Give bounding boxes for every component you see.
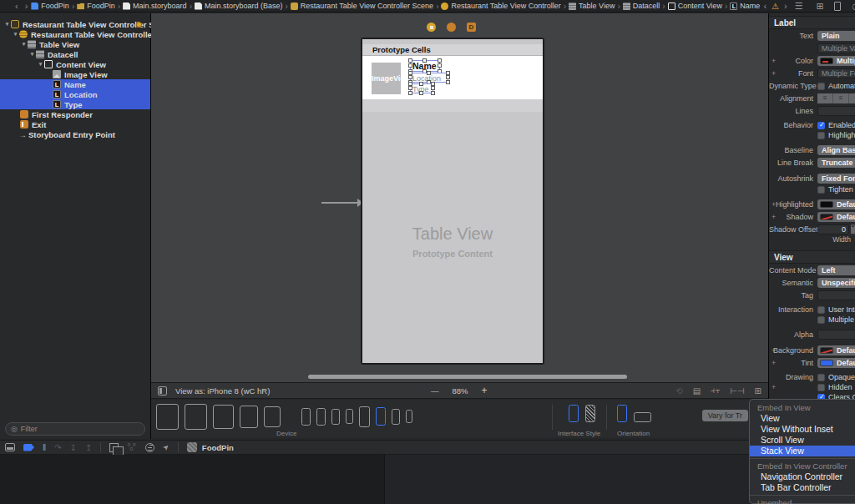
first-responder-dock-icon[interactable] (447, 23, 456, 32)
dynamic-type-checkbox[interactable] (817, 83, 825, 90)
autoshrink-dropdown[interactable]: Fixed Font Siz (817, 174, 855, 184)
device-icon-ipad[interactable] (240, 406, 258, 428)
add-variation-button[interactable]: + (772, 383, 776, 391)
menu-item-view[interactable]: View (750, 413, 855, 424)
disclosure-icon[interactable]: ▾ (37, 61, 44, 68)
device-icon-iphone-se[interactable] (392, 409, 400, 425)
breadcrumb-group[interactable]: FoodPin (77, 2, 115, 10)
disclosure-icon[interactable]: ▾ (28, 51, 36, 58)
horizontal-scrollbar[interactable] (308, 375, 627, 379)
breadcrumb-project[interactable]: FoodPin (31, 2, 69, 10)
document-outline-toggle-icon[interactable]: ☰ (791, 1, 807, 12)
alignment-segmented-control[interactable]: ≡≡≡ (817, 93, 855, 103)
lines-field[interactable] (817, 106, 855, 116)
outline-row-entry-point[interactable]: → Storyboard Entry Point (0, 129, 150, 139)
view-controller-screen[interactable]: Prototype Cells ImageVie Name Location T… (362, 39, 543, 363)
breakpoints-toggle-icon[interactable] (23, 444, 34, 451)
add-variation-button[interactable]: + (772, 200, 776, 209)
outline-row-type-label[interactable]: L Type (0, 99, 150, 109)
name-label[interactable]: Name (410, 60, 440, 72)
device-icon-iphone[interactable] (301, 408, 311, 426)
outline-row-content-view[interactable]: ▾ Content View (0, 59, 150, 69)
tag-field[interactable] (817, 290, 855, 300)
stack-button-icon[interactable]: ▤ (693, 386, 701, 396)
breadcrumb-storyboard-base[interactable]: Main.storyboard (Base) (195, 2, 283, 10)
environment-overrides-icon[interactable] (145, 443, 154, 452)
view-as-label[interactable]: View as: iPhone 8 (wC hR) (175, 386, 270, 396)
outline-row-name-label[interactable]: L Name (0, 79, 150, 89)
prototype-cell[interactable]: ImageVie Name Location Type (362, 56, 543, 99)
view-hierarchy-icon[interactable] (109, 443, 119, 452)
previous-issue-button[interactable]: ‹ (760, 1, 770, 11)
add-variation-button[interactable]: + (772, 57, 776, 65)
device-icon-ipad[interactable] (185, 404, 207, 430)
vary-for-traits-button[interactable]: Vary for Tr (702, 410, 748, 421)
editor-options-icon[interactable]: ⊞ (812, 1, 828, 12)
baseline-dropdown[interactable]: Align Baseline (817, 145, 855, 155)
exit-dock-icon[interactable]: D (467, 23, 476, 32)
add-variation-button[interactable]: + (772, 69, 776, 78)
console-right-pane[interactable] (384, 455, 768, 504)
outline-row-image-view[interactable]: Image View (0, 69, 150, 79)
menu-item-navigation-controller[interactable]: Navigation Controller (750, 471, 855, 482)
back-button[interactable]: ‹ (12, 1, 22, 11)
dark-style-icon[interactable] (585, 405, 595, 422)
add-variation-button[interactable]: + (772, 346, 776, 355)
background-color-well[interactable]: Default (817, 345, 855, 355)
storyboard-entry-arrow[interactable] (321, 202, 358, 204)
outline-row-first-responder[interactable]: First Responder (0, 109, 150, 119)
menu-item-stack-view[interactable]: Stack View (750, 446, 855, 456)
warning-icon[interactable]: ⚠ (770, 2, 781, 11)
shadow-offset-stepper[interactable] (851, 224, 855, 234)
breadcrumb-datacell[interactable]: Datacell (623, 2, 660, 10)
breadcrumb-storyboard[interactable]: Main.storyboard (123, 2, 187, 10)
storyboard-canvas[interactable]: D Prototype Cells ImageVie Name Location… (151, 13, 768, 382)
outline-row-scene[interactable]: ▾ Restaurant Table View Controller Sc… (0, 19, 150, 29)
table-view-area[interactable]: Table View Prototype Content (362, 112, 543, 363)
forward-button[interactable]: › (22, 1, 32, 11)
enabled-checkbox[interactable] (817, 122, 825, 129)
disclosure-icon[interactable]: ▾ (12, 31, 19, 38)
breadcrumb-view-controller[interactable]: Restaurant Table View Controller (441, 2, 560, 10)
portrait-icon[interactable] (617, 405, 627, 422)
outline-row-view-controller[interactable]: ▾ Restaurant Table View Controller (0, 29, 150, 39)
device-icon-iphone-4s[interactable] (406, 410, 412, 423)
text-value-field[interactable]: Multiple Value (817, 43, 855, 53)
shadow-color-well[interactable]: Default (817, 212, 855, 222)
device-icon-iphone-x[interactable] (359, 406, 370, 427)
highlighted-color-well[interactable]: Default (817, 199, 855, 209)
tint-color-well[interactable]: Default (817, 358, 855, 368)
zoom-level[interactable]: 88% (453, 386, 468, 396)
color-well[interactable]: Multiple (817, 56, 855, 66)
menu-item-tab-bar-controller[interactable]: Tab Bar Controller (750, 482, 855, 493)
memory-graph-icon[interactable] (127, 443, 137, 452)
device-icon-ipad-mini[interactable] (264, 406, 281, 427)
zoom-in-button[interactable]: + (482, 385, 488, 396)
tighten-checkbox[interactable] (817, 186, 825, 194)
align-button-icon[interactable]: ⫞⫟ (711, 386, 720, 396)
embed-in-button-icon[interactable]: ⊞ (755, 386, 761, 396)
breadcrumb-content-view[interactable]: Content View (668, 2, 722, 10)
device-bar-toggle-icon[interactable] (158, 386, 167, 396)
add-constraints-icon[interactable]: ⊢⊣ (730, 386, 744, 396)
breadcrumb-scene[interactable]: Restaurant Table View Controller Scene (291, 2, 433, 10)
view-controller-frame[interactable]: Prototype Cells ImageVie Name Location T… (361, 38, 544, 365)
device-icon-iphone[interactable] (331, 409, 340, 425)
font-field[interactable]: Multiple Fonts (817, 68, 855, 78)
type-label[interactable]: Type (410, 83, 433, 93)
hidden-checkbox[interactable] (817, 384, 825, 391)
device-icon-ipad[interactable] (213, 405, 234, 429)
light-style-icon[interactable] (569, 405, 579, 422)
outline-row-exit[interactable]: Exit (0, 119, 150, 129)
filter-field[interactable]: ◎ Filter (5, 422, 145, 436)
device-icon-ipad-large[interactable] (156, 404, 179, 430)
breadcrumb-name-label[interactable]: LName (730, 2, 760, 10)
add-variation-button[interactable]: + (772, 213, 776, 221)
outline-row-datacell[interactable]: ▾ Datacell (0, 49, 150, 59)
user-interaction-checkbox[interactable] (817, 306, 825, 314)
menu-item-view-without-inset[interactable]: View Without Inset (750, 424, 855, 435)
multiple-touch-checkbox[interactable] (817, 316, 825, 324)
debug-console[interactable] (0, 455, 768, 504)
breadcrumb-table-view[interactable]: Table View (569, 2, 615, 10)
add-variation-button[interactable]: + (772, 359, 776, 367)
